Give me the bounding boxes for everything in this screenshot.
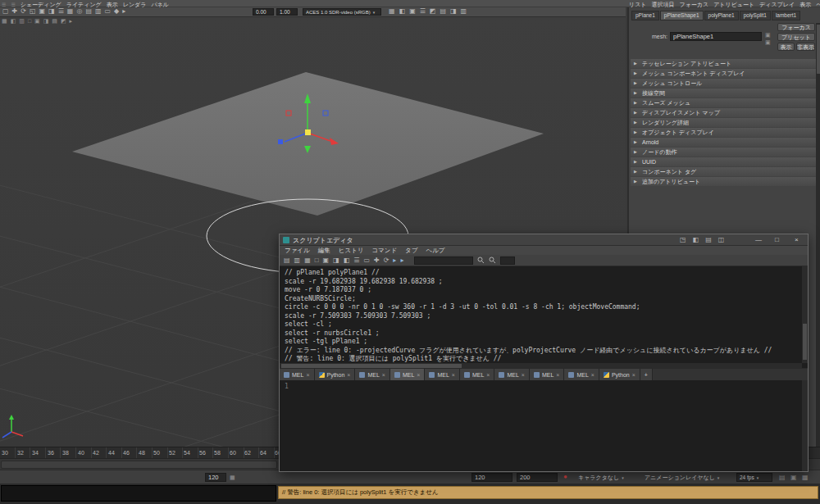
script-editor-titlebar[interactable]: スクリプトエディタ ◳ ◧ ▤ ◫ — □ × [280,234,808,246]
character-set-dropdown[interactable]: キャラクタなし ▾ [578,474,624,482]
search-up-icon[interactable] [489,257,496,264]
viewport-bar-icon[interactable]: ▤ [52,18,57,24]
se-toolbar-icon[interactable]: ▣ [323,257,330,264]
close-icon[interactable]: × [382,372,385,378]
toolbar-icon[interactable]: ◆ [114,8,119,15]
dock-icon[interactable]: ◧ [693,237,699,243]
toolbar-icon[interactable]: ◱ [30,8,36,15]
se-toolbar-icon[interactable]: ⟳ [384,257,390,264]
input-vscrollbar[interactable] [802,380,808,471]
toolbar-icon[interactable]: ▸ [122,8,125,15]
close-icon[interactable]: × [452,372,455,378]
script-tab-mel[interactable]: MEL× [425,369,460,380]
toolbar-icon[interactable]: ◨ [450,8,457,15]
toolbar-icon[interactable]: ◎ [76,8,82,15]
ae-section-node-behavior[interactable]: ▶ノードの動作 [631,148,818,157]
z-axis-handle[interactable] [278,139,283,144]
ae-section-smooth-mesh[interactable]: ▶スムーズ メッシュ [631,98,818,107]
viewport-bar-icon[interactable]: ▥ [19,18,25,24]
range-slider[interactable] [1,461,277,469]
script-tab-mel[interactable]: MEL× [280,369,315,380]
viewport-bar-icon[interactable]: ▣ [34,18,40,24]
toolbar-icon[interactable]: ▣ [39,8,46,15]
toolbar-icon[interactable]: ▤ [440,8,446,15]
ae-tab-pplane1[interactable]: pPlane1 [631,11,659,20]
playback-end-field[interactable] [517,473,558,482]
script-tab-mel[interactable]: MEL× [460,369,495,380]
presets-button[interactable]: プリセット [777,33,815,41]
ae-section-extra-attributes[interactable]: ▶追加のアトリビュート [631,177,818,186]
se-toolbar-icon[interactable]: ▥ [294,257,301,264]
script-tab-python[interactable]: Python× [599,369,640,380]
toolbar-icon[interactable]: ◩ [430,8,436,15]
auto-keyframe-icon[interactable]: ● [563,474,567,480]
playback-pref-icon[interactable]: ▣ [790,474,797,481]
exposure-field[interactable] [253,8,274,16]
scrollbar-thumb[interactable] [817,25,820,74]
swatch-icon[interactable]: ▣ [765,32,771,38]
swatch-icon[interactable]: ▣ [765,39,771,45]
execute-icon[interactable]: ▸ [393,257,396,264]
playback-pref-icon[interactable]: ▤ [779,474,786,481]
script-tab-mel[interactable]: MEL× [355,369,390,380]
ae-section-arnold[interactable]: ▶Arnold [631,138,818,147]
hide-button[interactable]: 非表示 [796,43,815,51]
ae-section-tangent-space[interactable]: ▶接線空間 [631,89,818,98]
toolbar-icon[interactable]: ▢ [2,8,9,15]
close-icon[interactable]: × [591,372,594,378]
toolbar-icon[interactable]: ⟳ [20,8,26,15]
script-input-pane[interactable]: 1 [280,380,808,471]
ae-section-component-tags[interactable]: ▶コンポーネント タグ [631,167,818,176]
search-icon[interactable] [477,257,485,264]
script-tab-mel[interactable]: MEL× [564,369,599,380]
toolbar-icon[interactable]: ▤ [85,8,92,15]
toolbar-icon[interactable]: ☰ [420,8,426,15]
view-transform-dropdown[interactable]: ACES 1.0 SDR-video (sRGB) ▾ [303,8,381,16]
se-toolbar-icon[interactable]: ▭ [363,257,370,264]
dock-icon[interactable]: ▤ [705,237,712,243]
se-toolbar-icon[interactable]: ✚ [374,257,380,264]
toolbar-icon[interactable]: ▥ [461,8,467,15]
toolbar-icon[interactable]: ▦ [389,8,395,15]
viewport-bar-icon[interactable]: □ [28,18,31,24]
se-toolbar-icon[interactable]: ▤ [284,257,290,264]
toolbar-icon[interactable]: ◧ [399,8,406,15]
script-tab-mel[interactable]: MEL× [494,369,530,380]
viewport-bar-icon[interactable]: ◨ [43,18,49,24]
ae-tab-polyplane1[interactable]: polyPlane1 [704,11,739,20]
new-tab-button[interactable]: + [640,369,653,380]
menu-command[interactable]: コマンド [371,247,397,255]
history-pane[interactable]: // pPlane1 polyPlane1 // scale -r 19.682… [280,266,808,369]
menu-help2[interactable]: ヘルプ [426,247,444,255]
ae-section-mesh-component-display[interactable]: ▶メッシュ コンポーネント ディスプレイ [631,69,818,78]
dock-icon[interactable]: ◳ [680,237,686,243]
script-tab-mel[interactable]: MEL× [530,369,565,380]
close-icon[interactable]: × [347,372,350,378]
viewport-bar-icon[interactable]: ◩ [61,18,66,24]
toolbar-icon[interactable]: ▥ [95,8,102,15]
close-icon[interactable]: × [306,372,309,378]
playback-pref-icon[interactable]: ▦ [802,474,809,481]
maximize-button[interactable]: □ [775,237,779,243]
execute-all-icon[interactable]: ▸ [400,257,403,264]
menu-history[interactable]: ヒストリ [339,247,364,255]
grid-icon[interactable]: ▦ [230,474,235,480]
ae-tab-lambert1[interactable]: lambert1 [772,11,800,20]
close-icon[interactable]: × [522,372,525,378]
center-handle[interactable] [305,129,311,135]
ae-section-displacement-map[interactable]: ▶ディスプレイスメント マップ [631,108,818,117]
menu-file[interactable]: ファイル [285,247,310,255]
ae-section-object-display[interactable]: ▶オブジェクト ディスプレイ [631,128,818,137]
history-vscrollbar[interactable] [802,266,808,363]
se-toolbar-icon[interactable]: □ [315,257,319,264]
minimize-button[interactable]: — [755,237,762,243]
close-icon[interactable]: × [795,237,799,243]
poly-plane-object[interactable] [72,72,544,216]
mel-command-input[interactable] [1,485,276,502]
ae-section-uuid[interactable]: ▶UUID [631,157,818,166]
close-icon[interactable]: × [556,372,559,378]
toolbar-icon[interactable]: ▭ [105,8,112,15]
history-hscrollbar[interactable] [280,363,802,369]
fps-dropdown[interactable]: 24 fps ▾ [736,473,772,482]
toolbar-icon[interactable]: ▣ [409,8,416,15]
